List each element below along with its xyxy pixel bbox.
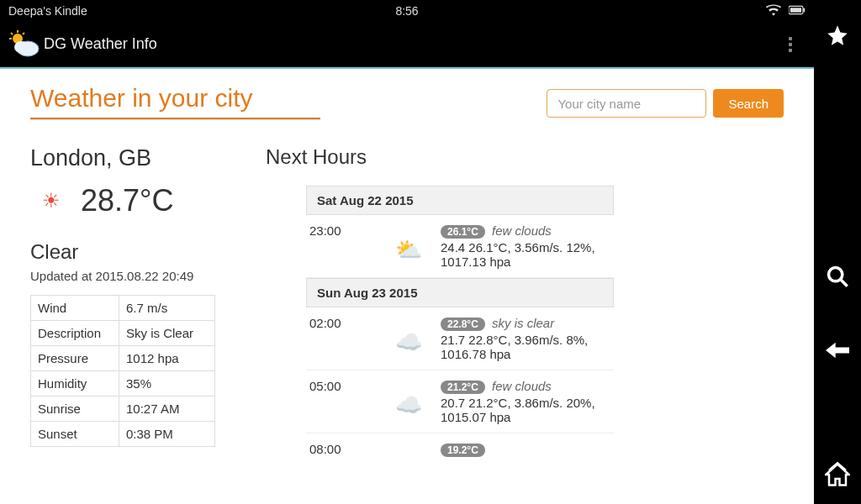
forecast-hour-row: 08:00 19.2°C [306, 433, 614, 465]
forecast-time: 23:00 [309, 223, 387, 269]
home-icon [825, 462, 850, 487]
cloud-moon-icon: ☁️ [395, 331, 432, 361]
forecast-condition: few clouds [492, 379, 552, 393]
sunset-label: Sunset [31, 422, 119, 447]
updated-at: Updated at 2015.08.22 20:49 [30, 269, 240, 283]
page-heading: Weather in your city [30, 84, 320, 119]
table-row: Wind6.7 m/s [31, 296, 215, 321]
forecast-hour-row: 23:00 ⛅ 26.1°C few clouds 24.4 26.1°C, 3… [306, 215, 614, 278]
app-window: Deepa's Kindle 8:56 DG Weather Info [0, 0, 814, 504]
forecast-time: 05:00 [309, 379, 387, 424]
wifi-icon [765, 4, 782, 18]
city-name: London, GB [30, 145, 240, 171]
sunset-value: 0:38 PM [119, 422, 215, 447]
forecast-info: 22.8°C sky is clear 21.7 22.8°C, 3.96m/s… [441, 316, 610, 361]
temp-pill: 26.1°C [441, 225, 485, 239]
forecast-title: Next Hours [266, 145, 784, 169]
forecast-info: 19.2°C [441, 442, 610, 457]
temp-pill: 22.8°C [441, 318, 485, 331]
wind-value: 6.7 m/s [119, 296, 215, 321]
current-row: ☀ 28.7°C [30, 183, 240, 218]
current-temperature: 28.7°C [81, 183, 173, 218]
table-row: Pressure1012 hpa [31, 346, 215, 371]
cloud-moon-icon: ☁️ [395, 394, 432, 424]
humidity-label: Humidity [31, 371, 119, 396]
back-arrow-icon [826, 339, 849, 362]
table-row: Humidity35% [31, 371, 215, 396]
forecast-info: 21.2°C few clouds 20.7 21.2°C, 3.86m/s. … [441, 379, 610, 424]
home-button[interactable] [825, 462, 850, 491]
forecast-time: 08:00 [309, 442, 387, 457]
status-right [765, 4, 806, 18]
forecast-condition: few clouds [492, 223, 552, 238]
star-icon [826, 24, 849, 47]
search-button[interactable] [826, 265, 849, 291]
wind-label: Wind [31, 296, 119, 321]
overflow-menu-button[interactable] [774, 43, 807, 46]
svg-rect-2 [803, 8, 805, 12]
temp-pill: 19.2°C [441, 444, 485, 457]
device-name: Deepa's Kindle [8, 4, 87, 18]
app-title: DG Weather Info [44, 35, 157, 53]
forecast-date-header: Sun Aug 23 2015 [306, 278, 614, 307]
forecast-details: 21.7 22.8°C, 3.96m/s. 8%, 1016.78 hpa [441, 333, 610, 361]
heading-wrap: Weather in your city [30, 84, 320, 120]
forecast-condition: sky is clear [492, 316, 554, 330]
forecast-date-header: Sat Aug 22 2015 [306, 186, 614, 215]
pressure-label: Pressure [31, 346, 119, 371]
svg-line-6 [11, 33, 13, 34]
search-form: Search [547, 89, 784, 118]
system-nav-bar [814, 0, 861, 504]
table-row: Sunset0:38 PM [31, 422, 215, 447]
forecast-hour-row: 02:00 ☁️ 22.8°C sky is clear 21.7 22.8°C… [306, 307, 614, 370]
few-clouds-icon: ⛅ [395, 239, 432, 269]
forecast-info: 26.1°C few clouds 24.4 26.1°C, 3.56m/s. … [441, 223, 610, 269]
forecast-hour-row: 05:00 ☁️ 21.2°C few clouds 20.7 21.2°C, … [306, 370, 614, 433]
svg-rect-1 [790, 8, 801, 12]
svg-point-10 [829, 268, 843, 281]
content-area[interactable]: Weather in your city Search London, GB ☀… [0, 67, 814, 504]
table-row: Sunrise10:27 AM [31, 396, 215, 422]
search-icon [826, 265, 849, 288]
back-button[interactable] [826, 339, 849, 365]
current-condition: Clear [30, 240, 240, 264]
forecast-list: Sat Aug 22 2015 23:00 ⛅ 26.1°C few cloud… [306, 186, 614, 465]
city-search-input[interactable] [547, 89, 706, 118]
sunrise-label: Sunrise [31, 396, 119, 422]
forecast-details: 20.7 21.2°C, 3.86m/s. 20%, 1015.07 hpa [441, 396, 610, 424]
columns: London, GB ☀ 28.7°C Clear Updated at 201… [30, 145, 784, 465]
status-clock: 8:56 [395, 4, 418, 18]
humidity-value: 35% [119, 371, 215, 396]
top-row: Weather in your city Search [30, 84, 784, 120]
current-weather-panel: London, GB ☀ 28.7°C Clear Updated at 201… [30, 145, 240, 465]
forecast-details: 24.4 26.1°C, 3.56m/s. 12%, 1017.13 hpa [441, 240, 610, 269]
temp-pill: 21.2°C [441, 381, 485, 394]
sunrise-value: 10:27 AM [119, 396, 215, 422]
sun-icon: ☀ [42, 189, 61, 213]
svg-line-7 [23, 33, 24, 34]
svg-line-11 [841, 280, 848, 286]
overflow-dots-icon [789, 43, 792, 46]
favorite-button[interactable] [826, 24, 849, 50]
status-bar: Deepa's Kindle 8:56 [0, 0, 814, 22]
search-button[interactable]: Search [713, 89, 784, 118]
app-bar: DG Weather Info [0, 22, 814, 67]
desc-value: Sky is Clear [119, 321, 215, 346]
forecast-panel: Next Hours Sat Aug 22 2015 23:00 ⛅ 26.1°… [266, 145, 784, 465]
details-table: Wind6.7 m/s DescriptionSky is Clear Pres… [30, 295, 215, 447]
pressure-value: 1012 hpa [119, 346, 215, 371]
table-row: DescriptionSky is Clear [31, 321, 215, 346]
desc-label: Description [31, 321, 119, 346]
svg-point-9 [14, 41, 28, 53]
app-icon [7, 28, 40, 61]
forecast-time: 02:00 [309, 316, 387, 361]
battery-icon [789, 4, 806, 18]
